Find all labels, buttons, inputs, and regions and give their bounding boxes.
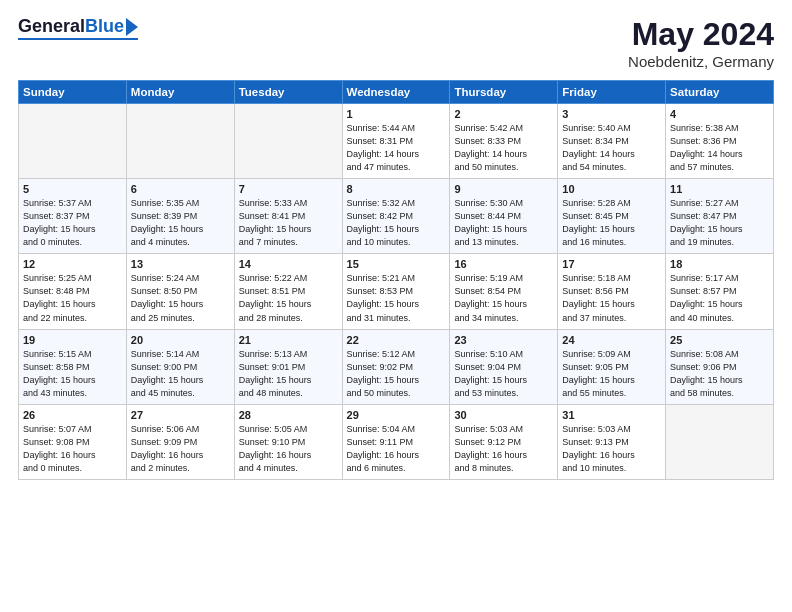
calendar-cell: 8Sunrise: 5:32 AM Sunset: 8:42 PM Daylig… bbox=[342, 179, 450, 254]
calendar-cell: 11Sunrise: 5:27 AM Sunset: 8:47 PM Dayli… bbox=[666, 179, 774, 254]
day-info: Sunrise: 5:13 AM Sunset: 9:01 PM Dayligh… bbox=[239, 348, 338, 400]
calendar-header-row: SundayMondayTuesdayWednesdayThursdayFrid… bbox=[19, 81, 774, 104]
calendar-header-friday: Friday bbox=[558, 81, 666, 104]
day-info: Sunrise: 5:42 AM Sunset: 8:33 PM Dayligh… bbox=[454, 122, 553, 174]
logo-blue-text: Blue bbox=[85, 16, 124, 37]
calendar-cell: 12Sunrise: 5:25 AM Sunset: 8:48 PM Dayli… bbox=[19, 254, 127, 329]
day-info: Sunrise: 5:30 AM Sunset: 8:44 PM Dayligh… bbox=[454, 197, 553, 249]
day-info: Sunrise: 5:33 AM Sunset: 8:41 PM Dayligh… bbox=[239, 197, 338, 249]
day-number: 12 bbox=[23, 258, 122, 270]
day-number: 31 bbox=[562, 409, 661, 421]
logo-arrow-icon bbox=[126, 18, 138, 36]
day-number: 5 bbox=[23, 183, 122, 195]
day-number: 8 bbox=[347, 183, 446, 195]
day-number: 25 bbox=[670, 334, 769, 346]
day-info: Sunrise: 5:12 AM Sunset: 9:02 PM Dayligh… bbox=[347, 348, 446, 400]
day-number: 4 bbox=[670, 108, 769, 120]
calendar-cell: 29Sunrise: 5:04 AM Sunset: 9:11 PM Dayli… bbox=[342, 404, 450, 479]
day-number: 14 bbox=[239, 258, 338, 270]
day-number: 27 bbox=[131, 409, 230, 421]
day-number: 17 bbox=[562, 258, 661, 270]
day-number: 1 bbox=[347, 108, 446, 120]
day-number: 18 bbox=[670, 258, 769, 270]
day-number: 20 bbox=[131, 334, 230, 346]
calendar-cell: 5Sunrise: 5:37 AM Sunset: 8:37 PM Daylig… bbox=[19, 179, 127, 254]
calendar-week-2: 5Sunrise: 5:37 AM Sunset: 8:37 PM Daylig… bbox=[19, 179, 774, 254]
day-number: 19 bbox=[23, 334, 122, 346]
calendar-cell: 21Sunrise: 5:13 AM Sunset: 9:01 PM Dayli… bbox=[234, 329, 342, 404]
day-info: Sunrise: 5:07 AM Sunset: 9:08 PM Dayligh… bbox=[23, 423, 122, 475]
day-number: 24 bbox=[562, 334, 661, 346]
calendar-cell: 10Sunrise: 5:28 AM Sunset: 8:45 PM Dayli… bbox=[558, 179, 666, 254]
calendar-cell: 26Sunrise: 5:07 AM Sunset: 9:08 PM Dayli… bbox=[19, 404, 127, 479]
day-info: Sunrise: 5:10 AM Sunset: 9:04 PM Dayligh… bbox=[454, 348, 553, 400]
day-number: 11 bbox=[670, 183, 769, 195]
day-number: 3 bbox=[562, 108, 661, 120]
day-number: 10 bbox=[562, 183, 661, 195]
calendar-cell: 16Sunrise: 5:19 AM Sunset: 8:54 PM Dayli… bbox=[450, 254, 558, 329]
calendar-cell: 25Sunrise: 5:08 AM Sunset: 9:06 PM Dayli… bbox=[666, 329, 774, 404]
calendar-cell: 20Sunrise: 5:14 AM Sunset: 9:00 PM Dayli… bbox=[126, 329, 234, 404]
title-block: May 2024 Noebdenitz, Germany bbox=[628, 16, 774, 70]
calendar-cell: 30Sunrise: 5:03 AM Sunset: 9:12 PM Dayli… bbox=[450, 404, 558, 479]
calendar-cell: 17Sunrise: 5:18 AM Sunset: 8:56 PM Dayli… bbox=[558, 254, 666, 329]
day-number: 16 bbox=[454, 258, 553, 270]
day-number: 21 bbox=[239, 334, 338, 346]
calendar-cell: 4Sunrise: 5:38 AM Sunset: 8:36 PM Daylig… bbox=[666, 104, 774, 179]
day-info: Sunrise: 5:05 AM Sunset: 9:10 PM Dayligh… bbox=[239, 423, 338, 475]
calendar-header-tuesday: Tuesday bbox=[234, 81, 342, 104]
day-info: Sunrise: 5:14 AM Sunset: 9:00 PM Dayligh… bbox=[131, 348, 230, 400]
page: General Blue May 2024 Noebdenitz, German… bbox=[0, 0, 792, 612]
day-info: Sunrise: 5:15 AM Sunset: 8:58 PM Dayligh… bbox=[23, 348, 122, 400]
day-info: Sunrise: 5:03 AM Sunset: 9:12 PM Dayligh… bbox=[454, 423, 553, 475]
day-info: Sunrise: 5:19 AM Sunset: 8:54 PM Dayligh… bbox=[454, 272, 553, 324]
day-info: Sunrise: 5:32 AM Sunset: 8:42 PM Dayligh… bbox=[347, 197, 446, 249]
day-info: Sunrise: 5:28 AM Sunset: 8:45 PM Dayligh… bbox=[562, 197, 661, 249]
day-number: 7 bbox=[239, 183, 338, 195]
calendar-cell: 3Sunrise: 5:40 AM Sunset: 8:34 PM Daylig… bbox=[558, 104, 666, 179]
day-info: Sunrise: 5:22 AM Sunset: 8:51 PM Dayligh… bbox=[239, 272, 338, 324]
calendar-header-monday: Monday bbox=[126, 81, 234, 104]
day-number: 22 bbox=[347, 334, 446, 346]
calendar-header-wednesday: Wednesday bbox=[342, 81, 450, 104]
calendar-header-sunday: Sunday bbox=[19, 81, 127, 104]
logo-general-text: General bbox=[18, 16, 85, 37]
day-info: Sunrise: 5:37 AM Sunset: 8:37 PM Dayligh… bbox=[23, 197, 122, 249]
day-info: Sunrise: 5:21 AM Sunset: 8:53 PM Dayligh… bbox=[347, 272, 446, 324]
day-info: Sunrise: 5:04 AM Sunset: 9:11 PM Dayligh… bbox=[347, 423, 446, 475]
day-info: Sunrise: 5:40 AM Sunset: 8:34 PM Dayligh… bbox=[562, 122, 661, 174]
day-info: Sunrise: 5:18 AM Sunset: 8:56 PM Dayligh… bbox=[562, 272, 661, 324]
calendar-week-5: 26Sunrise: 5:07 AM Sunset: 9:08 PM Dayli… bbox=[19, 404, 774, 479]
calendar-cell: 13Sunrise: 5:24 AM Sunset: 8:50 PM Dayli… bbox=[126, 254, 234, 329]
title-location: Noebdenitz, Germany bbox=[628, 53, 774, 70]
day-number: 6 bbox=[131, 183, 230, 195]
calendar-cell: 15Sunrise: 5:21 AM Sunset: 8:53 PM Dayli… bbox=[342, 254, 450, 329]
calendar-cell: 22Sunrise: 5:12 AM Sunset: 9:02 PM Dayli… bbox=[342, 329, 450, 404]
calendar-cell: 1Sunrise: 5:44 AM Sunset: 8:31 PM Daylig… bbox=[342, 104, 450, 179]
calendar-cell: 28Sunrise: 5:05 AM Sunset: 9:10 PM Dayli… bbox=[234, 404, 342, 479]
day-number: 28 bbox=[239, 409, 338, 421]
calendar-cell: 31Sunrise: 5:03 AM Sunset: 9:13 PM Dayli… bbox=[558, 404, 666, 479]
calendar-cell: 27Sunrise: 5:06 AM Sunset: 9:09 PM Dayli… bbox=[126, 404, 234, 479]
day-info: Sunrise: 5:38 AM Sunset: 8:36 PM Dayligh… bbox=[670, 122, 769, 174]
logo-underline bbox=[18, 38, 138, 40]
day-number: 9 bbox=[454, 183, 553, 195]
calendar-header-saturday: Saturday bbox=[666, 81, 774, 104]
day-info: Sunrise: 5:44 AM Sunset: 8:31 PM Dayligh… bbox=[347, 122, 446, 174]
calendar-cell bbox=[126, 104, 234, 179]
calendar: SundayMondayTuesdayWednesdayThursdayFrid… bbox=[18, 80, 774, 480]
calendar-cell: 9Sunrise: 5:30 AM Sunset: 8:44 PM Daylig… bbox=[450, 179, 558, 254]
day-number: 13 bbox=[131, 258, 230, 270]
calendar-cell bbox=[234, 104, 342, 179]
calendar-cell: 19Sunrise: 5:15 AM Sunset: 8:58 PM Dayli… bbox=[19, 329, 127, 404]
title-month: May 2024 bbox=[628, 16, 774, 53]
day-info: Sunrise: 5:03 AM Sunset: 9:13 PM Dayligh… bbox=[562, 423, 661, 475]
day-info: Sunrise: 5:06 AM Sunset: 9:09 PM Dayligh… bbox=[131, 423, 230, 475]
day-info: Sunrise: 5:09 AM Sunset: 9:05 PM Dayligh… bbox=[562, 348, 661, 400]
day-number: 30 bbox=[454, 409, 553, 421]
day-number: 26 bbox=[23, 409, 122, 421]
calendar-body: 1Sunrise: 5:44 AM Sunset: 8:31 PM Daylig… bbox=[19, 104, 774, 480]
calendar-cell: 14Sunrise: 5:22 AM Sunset: 8:51 PM Dayli… bbox=[234, 254, 342, 329]
calendar-cell: 23Sunrise: 5:10 AM Sunset: 9:04 PM Dayli… bbox=[450, 329, 558, 404]
day-number: 29 bbox=[347, 409, 446, 421]
